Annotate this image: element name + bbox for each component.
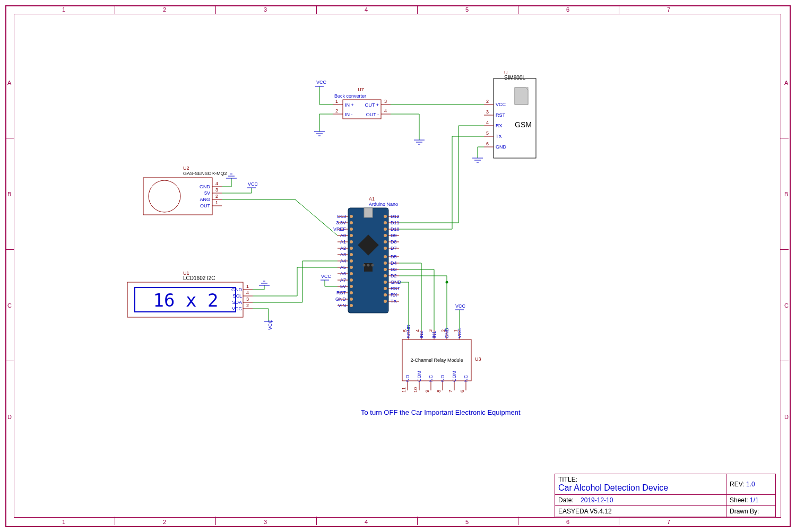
- svg-point-84: [363, 264, 366, 267]
- wire-relay-in2: [399, 263, 421, 330]
- svg-text:GND: GND: [335, 296, 347, 302]
- relay-vcc: VCC: [455, 303, 466, 330]
- svg-text:7: 7: [448, 390, 453, 393]
- svg-point-126: [350, 298, 353, 301]
- svg-point-99: [350, 240, 353, 243]
- svg-point-86: [371, 264, 374, 267]
- svg-point-144: [384, 240, 387, 243]
- wire-gsm-rx: [399, 126, 484, 223]
- svg-text:SDA: SDA: [232, 300, 242, 305]
- svg-point-90: [350, 221, 353, 224]
- gas-vcc: VCC: [222, 181, 258, 193]
- schematic-canvas: U7 Buck converter 1IN + 2IN - 3OUT + 4OU…: [0, 0, 796, 532]
- buck-name: Buck converter: [334, 93, 366, 99]
- svg-text:NO: NO: [440, 375, 445, 382]
- wire-relay-sgnd: [399, 282, 409, 330]
- svg-text:IN1: IN1: [431, 331, 437, 338]
- svg-text:OUT -: OUT -: [366, 112, 379, 117]
- svg-text:3: 3: [486, 109, 489, 115]
- svg-text:RST: RST: [496, 112, 506, 118]
- svg-point-156: [384, 268, 387, 271]
- svg-point-108: [350, 259, 353, 263]
- gsm-label: GSM: [515, 120, 532, 129]
- svg-point-212: [446, 281, 448, 284]
- svg-rect-81: [364, 208, 373, 217]
- buck-vcc: VCC: [315, 80, 333, 104]
- wire-gsm-tx: [399, 136, 484, 229]
- svg-text:5: 5: [486, 130, 489, 136]
- svg-text:NC: NC: [463, 375, 469, 382]
- svg-text:4: 4: [215, 181, 218, 186]
- svg-text:3: 3: [246, 296, 249, 302]
- svg-point-141: [384, 234, 387, 237]
- gas-name: GAS-SENSOR-MQ2: [183, 171, 227, 176]
- relay-name: 2-Channel Relay Module: [410, 357, 463, 363]
- svg-point-129: [350, 304, 353, 307]
- svg-point-132: [384, 215, 387, 218]
- date-label: Date:: [558, 496, 574, 504]
- svg-text:D13: D13: [337, 214, 346, 219]
- svg-text:RX: RX: [496, 123, 503, 128]
- svg-text:1: 1: [215, 200, 218, 205]
- svg-text:5V: 5V: [204, 190, 210, 196]
- svg-point-150: [384, 255, 387, 258]
- svg-text:A4: A4: [340, 258, 346, 264]
- svg-rect-80: [348, 208, 388, 313]
- gsm-gnd: [472, 147, 484, 162]
- svg-text:A2: A2: [340, 246, 346, 251]
- svg-text:6: 6: [486, 141, 489, 146]
- svg-point-135: [384, 221, 387, 224]
- svg-text:D7: D7: [391, 246, 397, 251]
- svg-text:4: 4: [486, 120, 489, 125]
- svg-text:3.3V: 3.3V: [336, 220, 346, 225]
- svg-point-120: [350, 285, 353, 288]
- svg-text:A0: A0: [340, 233, 346, 238]
- svg-point-85: [367, 264, 370, 267]
- svg-text:GND: GND: [496, 144, 507, 150]
- svg-text:2: 2: [335, 108, 338, 114]
- svg-text:D3: D3: [391, 267, 397, 272]
- gas-sensor: U2 GAS-SENSOR-MQ2 4GND 35V 2ANG 1OUT: [143, 165, 227, 215]
- svg-text:5V: 5V: [340, 284, 346, 289]
- gsm-name: SIM800L: [504, 75, 525, 81]
- buck-out-gnd: [391, 114, 425, 144]
- svg-text:VCC: VCC: [267, 319, 273, 330]
- svg-text:A3: A3: [340, 252, 346, 257]
- buck-in-gnd: [314, 114, 333, 136]
- rev-label: REV:: [730, 481, 745, 488]
- rev-value: 1.0: [746, 481, 755, 488]
- svg-text:GND: GND: [231, 287, 243, 292]
- schematic-note: To turn OFF the Car Important Electronic…: [361, 408, 521, 416]
- svg-text:OUT +: OUT +: [365, 102, 379, 108]
- svg-marker-23: [515, 88, 528, 104]
- svg-point-93: [350, 228, 353, 231]
- svg-point-162: [384, 281, 387, 284]
- wire-relay-in1: [399, 269, 434, 330]
- lcd-module: 16 x 2 U1 LCD1602 I2C 1GND 4SCL 3SDA 2VC…: [127, 271, 253, 317]
- svg-text:A5: A5: [340, 265, 346, 270]
- svg-text:6: 6: [460, 390, 465, 393]
- svg-text:D10: D10: [391, 226, 400, 232]
- company-label: EASYEDA V5.4.12: [558, 508, 612, 515]
- svg-point-168: [384, 293, 387, 296]
- svg-text:D9: D9: [391, 233, 397, 238]
- lcd-vcc: VCC: [253, 309, 273, 330]
- svg-text:IN2: IN2: [419, 331, 424, 338]
- sheet-label: Sheet:: [730, 496, 748, 504]
- svg-text:RST: RST: [391, 286, 401, 291]
- svg-text:3: 3: [215, 187, 218, 193]
- svg-text:VCC: VCC: [455, 303, 466, 309]
- svg-text:IN +: IN +: [345, 102, 354, 108]
- svg-text:10: 10: [413, 387, 418, 393]
- svg-point-165: [384, 287, 387, 290]
- svg-text:1: 1: [335, 99, 338, 104]
- svg-point-159: [384, 274, 387, 277]
- svg-text:D5: D5: [391, 254, 397, 259]
- svg-point-111: [350, 266, 353, 269]
- svg-point-153: [384, 261, 387, 265]
- sheet-title: Car Alcohol Detection Device: [558, 483, 668, 492]
- relay-module: U3 2-Channel Relay Module 5SGND 4IN2 3IN…: [401, 324, 481, 393]
- gsm-module: U SIM800L GSM 2VCC 3RST 4RX 5TX 6GND: [484, 70, 536, 158]
- svg-text:VCC: VCC: [232, 306, 243, 311]
- arduino-nano: A1 Arduino Nano D13 3.3V VREF A0 A1 A2 A…: [333, 196, 402, 313]
